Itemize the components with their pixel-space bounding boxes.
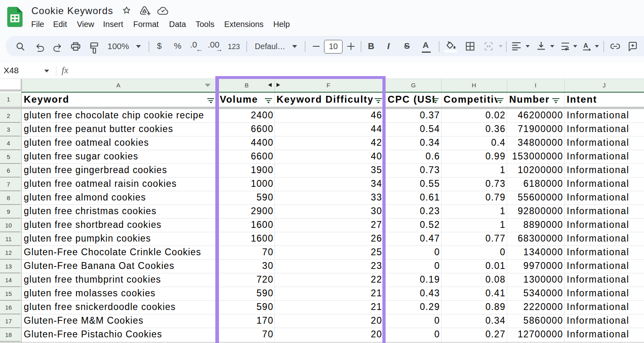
svg-text:A: A [584, 42, 588, 49]
